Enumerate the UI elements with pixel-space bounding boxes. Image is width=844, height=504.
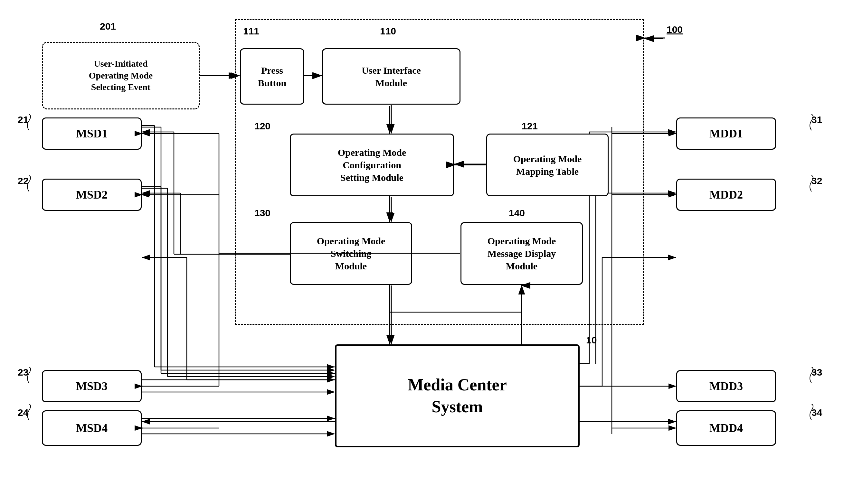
ref-120: 120 [254, 121, 270, 132]
squiggle-32 [802, 175, 821, 195]
msd2-label: MSD2 [76, 187, 108, 202]
squiggle-34 [802, 404, 821, 423]
squiggle-24 [19, 404, 39, 423]
media-center-label: Media Center System [408, 374, 507, 417]
squiggle-31 [802, 114, 821, 133]
user-interface-box: User Interface Module [322, 48, 460, 105]
press-button-box: Press Button [240, 48, 304, 105]
op-mapping-box: Operating Mode Mapping Table [486, 133, 609, 196]
mdd4-label: MDD4 [709, 421, 743, 436]
msd1-box: MSD1 [42, 118, 142, 150]
squiggle-33 [802, 367, 821, 386]
op-message-box: Operating Mode Message Display Module [460, 222, 583, 285]
user-event-label: User-Initiated Operating Mode Selecting … [89, 58, 153, 93]
ref-130: 130 [254, 208, 270, 218]
mdd2-box: MDD2 [676, 179, 776, 211]
op-config-box: Operating Mode Configuration Setting Mod… [290, 133, 454, 196]
ref-110: 110 [380, 26, 396, 37]
op-config-label: Operating Mode Configuration Setting Mod… [338, 146, 406, 184]
press-button-label: Press Button [258, 64, 286, 89]
mdd1-box: MDD1 [676, 118, 776, 150]
msd3-label: MSD3 [76, 379, 108, 394]
ref-111: 111 [243, 26, 259, 37]
mdd4-box: MDD4 [676, 410, 776, 446]
op-switching-label: Operating Mode Switching Module [317, 235, 385, 272]
diagram-container: 100 201 User-Initiated Operating Mode Se… [0, 0, 844, 504]
ref-121: 121 [522, 121, 538, 132]
mdd1-label: MDD1 [709, 126, 743, 141]
ref-10: 10 [586, 335, 597, 346]
msd4-box: MSD4 [42, 410, 142, 446]
mdd3-box: MDD3 [676, 370, 776, 402]
squiggle-22 [19, 175, 39, 195]
user-interface-label: User Interface Module [362, 64, 421, 89]
mdd3-label: MDD3 [709, 379, 743, 394]
mdd2-label: MDD2 [709, 187, 743, 202]
msd1-label: MSD1 [76, 126, 108, 141]
ref-140: 140 [509, 208, 525, 218]
msd4-label: MSD4 [76, 421, 108, 436]
media-center-box: Media Center System [335, 344, 580, 447]
squiggle-23 [19, 367, 39, 386]
op-switching-box: Operating Mode Switching Module [290, 222, 412, 285]
msd3-box: MSD3 [42, 370, 142, 402]
squiggle-21 [19, 114, 39, 133]
msd2-box: MSD2 [42, 179, 142, 211]
user-event-box: User-Initiated Operating Mode Selecting … [42, 42, 200, 109]
ref-201: 201 [100, 21, 116, 32]
op-mapping-label: Operating Mode Mapping Table [513, 152, 582, 178]
ref-100: 100 [667, 24, 683, 35]
op-message-label: Operating Mode Message Display Module [488, 235, 556, 272]
